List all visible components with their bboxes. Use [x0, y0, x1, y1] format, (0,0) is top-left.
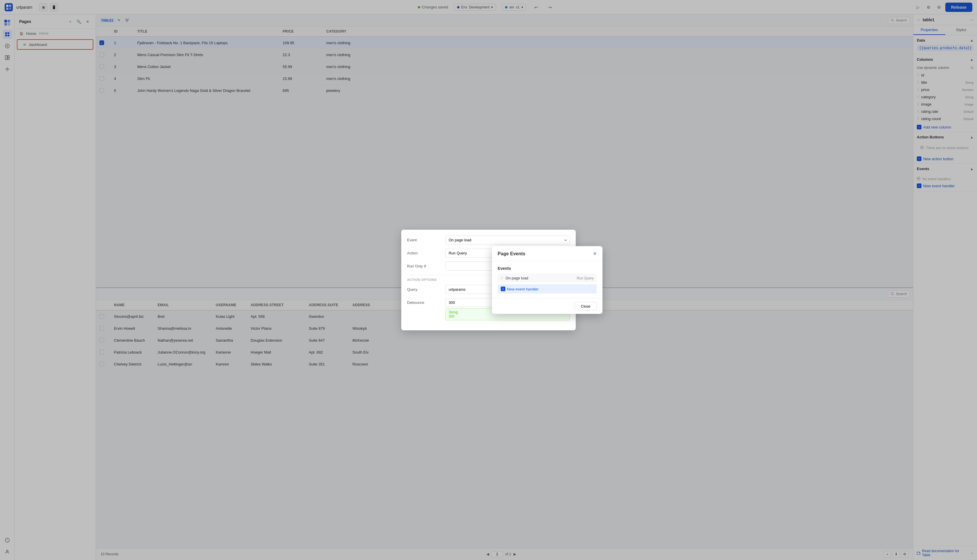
event-row: Event On page load — [407, 235, 570, 245]
modal-add-icon: ＋ — [501, 287, 505, 291]
run-only-label: Run Only If — [407, 264, 442, 268]
modal-close-icon[interactable]: ✕ — [593, 251, 597, 257]
hint-type: String — [448, 310, 458, 314]
event-label: Event — [407, 238, 442, 242]
modal-new-handler-label: New event handler — [507, 287, 539, 291]
modal-event-item[interactable]: ⠿ On page load Run Query — [498, 273, 597, 283]
modal-events-title: Events — [498, 266, 597, 271]
modal-new-handler-button[interactable]: ＋ New event handler — [498, 284, 597, 294]
modal-title: Page Events — [498, 251, 525, 256]
modal-footer: Close — [492, 298, 602, 314]
modal-body: Events ⠿ On page load Run Query ＋ New ev… — [492, 262, 602, 298]
hint-value: 300 — [448, 314, 458, 318]
page-events-modal: Page Events ✕ Events ⠿ On page load Run … — [492, 246, 602, 314]
debounce-label: Debounce — [407, 300, 442, 305]
event-item-name: On page load — [506, 276, 575, 280]
modal-close-button[interactable]: Close — [575, 302, 596, 310]
event-item-action: Run Query — [577, 276, 594, 280]
modal-header: Page Events ✕ — [492, 246, 602, 262]
query-label: Query — [407, 287, 442, 292]
action-label: Action — [407, 251, 442, 255]
event-drag-icon: ⠿ — [501, 276, 504, 280]
event-select[interactable]: On page load — [445, 235, 570, 245]
